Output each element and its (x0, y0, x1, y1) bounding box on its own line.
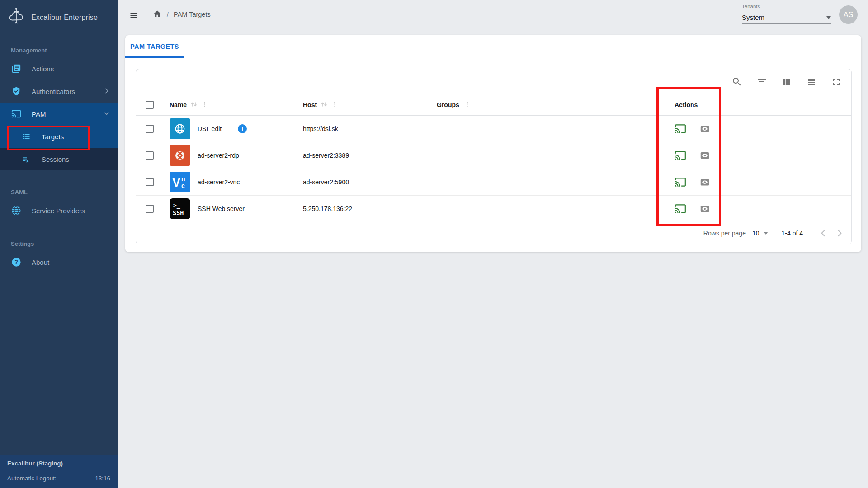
menu-hamburger-icon[interactable] (129, 11, 138, 21)
sidebar-item-label: PAM (32, 110, 93, 118)
sort-icon[interactable] (190, 101, 198, 109)
target-host: ad-server2:5900 (303, 178, 349, 186)
pagination-bar: Rows per page 10 1-4 of 4 (136, 222, 851, 244)
search-icon[interactable] (731, 76, 742, 87)
breadcrumb-separator: / (167, 11, 169, 18)
previous-page-icon[interactable] (818, 228, 829, 239)
rdp-target-icon (170, 145, 190, 166)
playlist-play-icon (21, 154, 32, 164)
sidebar-item-service-providers[interactable]: Service Providers (0, 199, 118, 222)
table-row: >_SSH SSH Web server 5.250.178.136:22 (136, 196, 851, 222)
sort-icon[interactable] (321, 101, 328, 109)
brand-name: Excalibur Enterprise (31, 14, 98, 22)
table-header-row: Name Host (136, 94, 851, 116)
sidebar-item-pam[interactable]: PAM (0, 103, 118, 125)
table-row: ad-server2-rdp ad-server2:3389 (136, 142, 851, 169)
sidebar-item-label: Service Providers (32, 207, 110, 215)
table-row: Vnc ad-server2-vnc ad-server2:5900 (136, 169, 851, 196)
section-label-management: Management (11, 47, 118, 55)
brand: Excalibur Enterprise (0, 0, 118, 33)
density-icon[interactable] (806, 76, 817, 87)
highlight-box-actions (656, 87, 721, 226)
main-area: / PAM Targets Tenants System AS PAM TARG… (118, 0, 868, 488)
excalibur-logo-icon (7, 8, 26, 28)
column-header-groups: Groups (437, 101, 459, 108)
web-target-icon (170, 118, 190, 139)
sidebar-item-actions[interactable]: Actions (0, 57, 118, 80)
info-glyph: i (242, 126, 243, 132)
avatar-initials: AS (844, 11, 853, 19)
target-host: ad-server2:3389 (303, 152, 349, 159)
actions-icon (11, 63, 22, 74)
svg-text:?: ? (14, 259, 18, 265)
shield-check-icon (11, 86, 22, 97)
svg-text:>_: >_ (173, 202, 180, 209)
breadcrumb-current: PAM Targets (174, 11, 211, 18)
svg-text:c: c (181, 182, 185, 189)
avatar[interactable]: AS (839, 5, 858, 24)
cast-icon (11, 108, 22, 119)
footer-divider (7, 471, 110, 471)
tab-pam-targets[interactable]: PAM TARGETS (125, 35, 184, 57)
row-checkbox[interactable] (146, 125, 154, 133)
select-caret-icon (764, 232, 768, 235)
select-all-checkbox[interactable] (146, 101, 154, 109)
sidebar-item-label: Actions (32, 65, 110, 73)
breadcrumb: / PAM Targets (153, 0, 211, 29)
row-checkbox[interactable] (146, 151, 154, 160)
auto-logout-label: Automatic Logout: (7, 475, 57, 482)
environment-name: Excalibur (Staging) (7, 460, 110, 467)
tenants-label: Tenants (742, 4, 760, 9)
column-menu-icon[interactable] (464, 101, 471, 109)
sidebar-item-sessions[interactable]: Sessions (0, 148, 118, 170)
content-card: PAM TARGETS (125, 35, 861, 252)
column-header-host: Host (303, 101, 317, 108)
targets-table-card: Name Host (136, 69, 852, 244)
table-row: DSL edit i https://dsl.sk (136, 116, 851, 142)
fullscreen-icon[interactable] (831, 76, 842, 87)
rows-per-page-value: 10 (752, 230, 760, 237)
tab-strip: PAM TARGETS (125, 35, 861, 57)
sidebar-item-about[interactable]: ? About (0, 251, 118, 273)
columns-icon[interactable] (781, 76, 792, 87)
target-name: DSL edit (198, 125, 222, 132)
section-label-settings: Settings (11, 240, 118, 248)
svg-text:n: n (181, 175, 185, 183)
highlight-box-targets (7, 126, 90, 150)
svg-text:V: V (172, 176, 180, 189)
help-icon: ? (11, 257, 22, 267)
tab-label: PAM TARGETS (130, 43, 179, 50)
sidebar-item-label: Sessions (42, 155, 110, 163)
auto-logout-timer: 13:16 (95, 475, 110, 482)
sidebar-item-authenticators[interactable]: Authenticators (0, 80, 118, 103)
column-menu-icon[interactable] (331, 101, 338, 109)
sidebar-item-label: About (32, 258, 110, 266)
tenant-select[interactable]: System (742, 11, 831, 24)
target-name: SSH Web server (198, 205, 245, 212)
row-checkbox[interactable] (146, 205, 154, 213)
svg-text:SSH: SSH (173, 209, 184, 216)
filter-icon[interactable] (756, 76, 767, 87)
target-host: https://dsl.sk (303, 125, 338, 132)
pagination-range: 1-4 of 4 (782, 230, 803, 237)
rows-per-page-select[interactable]: 10 (752, 230, 768, 237)
section-label-saml: SAML (11, 188, 118, 197)
tab-active-underline (125, 56, 184, 58)
column-header-name: Name (170, 101, 187, 108)
ssh-target-icon: >_SSH (170, 198, 190, 219)
target-name: ad-server2-vnc (198, 178, 240, 186)
table-toolbar (136, 69, 851, 94)
chevron-down-icon (103, 110, 110, 118)
column-menu-icon[interactable] (201, 101, 208, 109)
target-host: 5.250.178.136:22 (303, 205, 352, 212)
next-page-icon[interactable] (834, 228, 845, 239)
vnc-target-icon: Vnc (170, 172, 190, 192)
sidebar-footer: Excalibur (Staging) Automatic Logout: 13… (0, 455, 118, 488)
target-name: ad-server2-rdp (198, 152, 239, 159)
info-icon[interactable]: i (238, 124, 247, 133)
sidebar: Excalibur Enterprise Management Actions … (0, 0, 118, 488)
home-icon[interactable] (153, 9, 162, 20)
select-caret-icon (826, 16, 831, 19)
globe-icon (11, 205, 22, 216)
row-checkbox[interactable] (146, 178, 154, 186)
